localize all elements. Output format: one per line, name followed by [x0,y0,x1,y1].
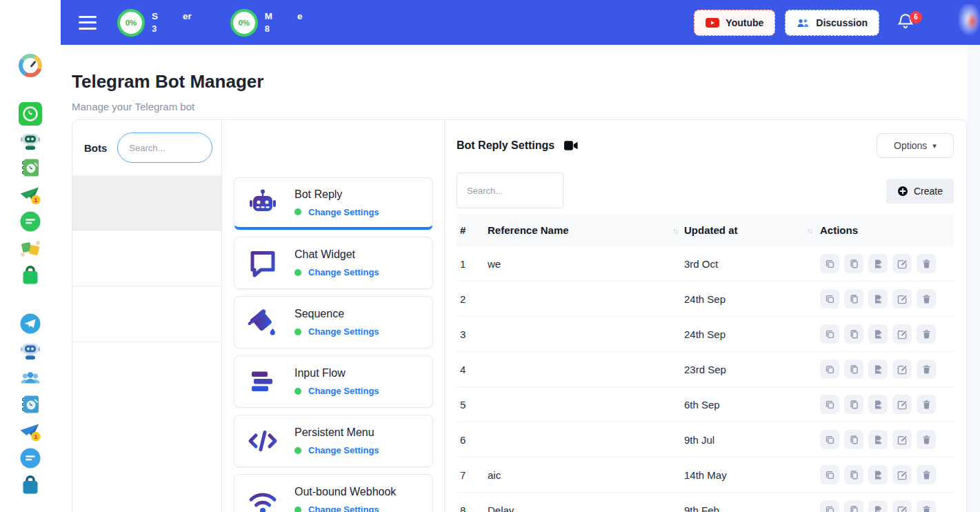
whatsapp-store-icon[interactable] [19,264,42,287]
whatsapp-contacts-icon[interactable] [19,156,42,179]
telegram-icon[interactable] [19,312,42,335]
whatsapp-bot-icon[interactable] [19,129,42,152]
notifications-button[interactable]: 6 [897,12,914,33]
export-button[interactable] [868,254,888,273]
telegram-broadcast-icon[interactable]: 1 [19,420,42,443]
copy-button[interactable] [844,254,863,273]
bot-list-item[interactable] [72,176,221,230]
card-sequence[interactable]: Sequence Change Settings [234,296,433,348]
bot-reply-search-input[interactable] [457,173,563,208]
delete-button[interactable] [917,500,936,512]
edit-button[interactable] [892,430,912,449]
trash-icon [921,259,932,269]
telegram-group-icon [19,366,42,389]
sort-icon[interactable]: ↑↓ [807,226,812,235]
change-settings-link[interactable]: Change Settings [308,326,379,337]
change-settings-link[interactable]: Change Settings [308,207,379,217]
card-outbound-webhook[interactable]: Out-bound Webhook Change Settings [234,474,433,512]
create-button[interactable]: Create [886,179,954,204]
export-button[interactable] [868,324,888,344]
column-header-reference-name[interactable]: Reference Name ↑↓ [488,224,684,236]
export-button[interactable] [868,360,888,379]
youtube-button[interactable]: Youtube [694,10,775,36]
delete-button[interactable] [917,465,936,484]
edit-button[interactable] [892,395,912,414]
copy-button[interactable] [844,465,863,484]
copy-button[interactable] [844,289,863,308]
telegram-store-icon[interactable] [19,473,42,497]
main-content: Telegram Bot Manager Manage your Telegra… [61,45,980,512]
discussion-button[interactable]: Discussion [785,10,879,36]
copy-icon [849,470,859,480]
reference-name: we [488,258,684,270]
copy-button[interactable] [844,395,863,414]
bot-list-item[interactable] [72,286,221,342]
copy-button[interactable] [844,430,863,449]
export-button[interactable] [868,395,888,414]
change-settings-link[interactable]: Change Settings [308,386,379,396]
delete-button[interactable] [917,254,936,273]
edit-button[interactable] [892,360,912,379]
telegram-bot-icon[interactable] [19,339,42,362]
clone-button[interactable] [820,254,839,273]
card-persistent-menu[interactable]: Persistent Menu Change Settings [234,415,433,467]
export-button[interactable] [868,500,888,512]
options-dropdown-button[interactable]: Options ▾ [877,133,954,158]
sort-icon[interactable]: ↑↓ [672,226,677,235]
edit-button[interactable] [892,465,912,484]
clone-button[interactable] [820,324,839,344]
chat-widget-bubble-icon [246,246,279,279]
delete-button[interactable] [917,395,936,414]
change-settings-link[interactable]: Change Settings [308,504,379,512]
edit-button[interactable] [892,254,912,273]
copy-button[interactable] [844,324,863,344]
outbound-webhook-wifi-icon [246,484,279,512]
clone-button[interactable] [820,430,839,449]
change-settings-link[interactable]: Change Settings [308,445,379,455]
whatsapp-chat-icon[interactable] [19,210,42,233]
export-button[interactable] [868,465,888,484]
bot-list-item[interactable] [72,230,221,286]
card-input-flow[interactable]: Input Flow Change Settings [234,355,433,408]
card-chat-widget[interactable]: Chat Widget Change Settings [234,237,433,289]
clone-button[interactable] [820,395,839,414]
hamburger-menu-icon[interactable] [79,16,97,30]
clone-icon [825,470,835,480]
column-header-updated-at[interactable]: Updated at ↑↓ [684,224,819,236]
delete-button[interactable] [917,430,936,449]
edit-button[interactable] [892,500,912,512]
updated-at: 23rd Sep [684,364,819,375]
clone-button[interactable] [820,360,839,379]
clone-button[interactable] [820,500,839,512]
change-settings-link[interactable]: Change Settings [308,267,379,277]
telegram-contacts-icon[interactable] [19,393,42,416]
delete-button[interactable] [917,360,936,379]
row-number: 1 [457,258,488,270]
export-button[interactable] [868,289,888,308]
delete-button[interactable] [917,289,936,308]
edit-icon [897,364,908,375]
clone-button[interactable] [820,465,839,484]
whatsapp-broadcast-icon[interactable]: 1 [19,183,42,206]
telegram-chat-icon[interactable] [19,446,42,470]
export-icon [873,400,883,410]
bots-header: Bots [72,120,221,176]
telegram-group-icon[interactable] [19,366,42,389]
whatsapp-icon[interactable] [19,102,42,126]
telegram-broadcast-icon: 1 [19,420,42,443]
delete-button[interactable] [917,324,936,344]
copy-button[interactable] [844,500,863,512]
edit-button[interactable] [892,289,912,308]
edit-button[interactable] [892,324,912,344]
copy-button[interactable] [844,360,863,379]
clone-button[interactable] [820,289,839,308]
card-title: Chat Widget [294,248,379,261]
status-dot [294,328,301,335]
bots-search-input[interactable] [117,132,212,163]
card-bot-reply[interactable]: Bot Reply Change Settings [234,177,433,230]
video-camera-icon[interactable] [564,141,578,150]
dashboard-gauge-icon[interactable] [19,54,42,77]
reference-name: Delay [488,504,684,512]
export-button[interactable] [868,430,888,449]
integration-puzzle-icon[interactable] [19,237,42,260]
